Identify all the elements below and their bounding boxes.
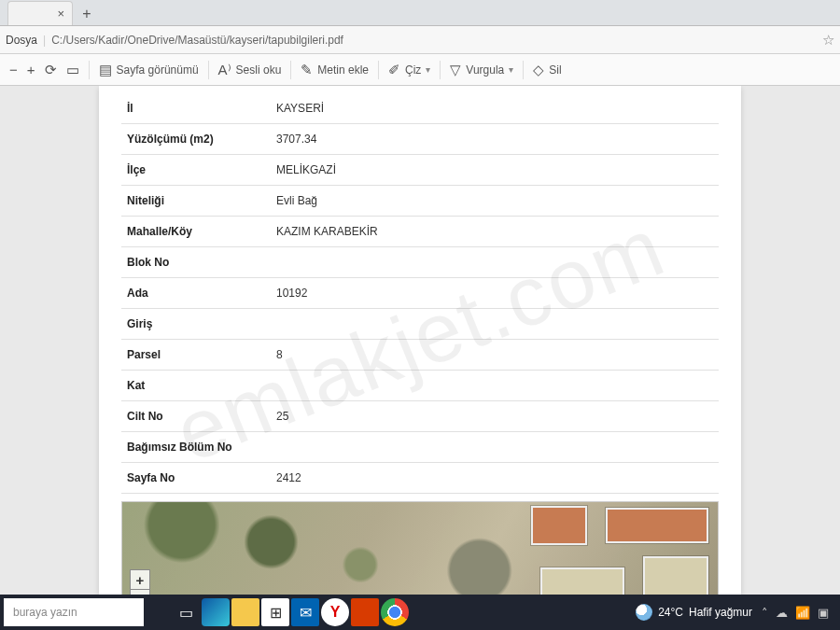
draw-button[interactable]: ✐Çiz▾ (388, 62, 430, 78)
tray-icons[interactable]: ˄ ☁ 📶 ▣ (762, 606, 829, 620)
field-value (271, 247, 719, 278)
table-row: Ada10192 (121, 278, 719, 309)
network-icon[interactable]: 📶 (795, 606, 810, 620)
field-label: Niteliği (121, 186, 271, 217)
separator (89, 61, 90, 79)
erase-label: Sil (549, 63, 561, 77)
new-tab-button[interactable]: + (75, 3, 99, 25)
rotate-button[interactable]: ⟳ (45, 62, 57, 78)
chevron-down-icon: ▾ (426, 64, 430, 75)
table-row: Parsel8 (121, 340, 719, 371)
add-text-icon: ✎ (301, 62, 313, 78)
edge-icon[interactable] (202, 598, 230, 626)
pdf-viewport[interactable]: emlakjet.com İlKAYSERİYüzölçümü (m2)3707… (0, 86, 840, 595)
file-explorer-icon[interactable] (231, 598, 259, 626)
mail-icon[interactable]: ✉ (291, 598, 319, 626)
table-row: NiteliğiEvli Bağ (121, 186, 719, 217)
read-aloud-label: Sesli oku (236, 63, 282, 77)
field-label: Kat (121, 371, 271, 401)
read-aloud-button[interactable]: A⁾Sesli oku (218, 62, 282, 78)
table-row: Yüzölçümü (m2)3707.34 (121, 124, 719, 155)
separator: | (43, 34, 46, 47)
field-label: İlçe (121, 155, 271, 186)
system-tray: 24°C Hafif yağmur ˄ ☁ 📶 ▣ (636, 604, 840, 621)
zoom-in-button[interactable]: + (27, 62, 35, 77)
browser-tab[interactable]: × (7, 1, 73, 25)
rotate-icon: ⟳ (45, 62, 57, 78)
zoom-out-button[interactable]: − (9, 62, 18, 77)
yandex-icon[interactable]: Y (321, 598, 349, 626)
table-row: Bağımsız Bölüm No (121, 432, 719, 463)
highlight-label: Vurgula (466, 63, 504, 77)
field-value (271, 432, 719, 463)
weather-icon (636, 604, 652, 621)
field-value: MELİKGAZİ (271, 155, 719, 186)
map-zoom-in-button[interactable]: + (131, 570, 149, 589)
table-row: Sayfa No2412 (121, 463, 719, 494)
tray-chevron-icon[interactable]: ˄ (762, 606, 768, 620)
map-zoom-control: + − (130, 569, 150, 595)
field-value: 10192 (271, 278, 719, 309)
field-value (271, 371, 719, 401)
draw-label: Çiz (405, 63, 421, 77)
field-label: İl (121, 93, 271, 124)
erase-button[interactable]: ◇Sil (533, 62, 561, 78)
chrome-icon[interactable] (381, 598, 409, 626)
add-text-button[interactable]: ✎Metin ekle (301, 62, 369, 78)
table-row: Kat (121, 371, 719, 401)
field-value: 8 (271, 340, 719, 371)
field-label: Cilt No (121, 401, 271, 432)
address-bar: Dosya | C:/Users/Kadir/OneDrive/Masaüstü… (0, 26, 840, 54)
field-label: Mahalle/Köy (121, 217, 271, 247)
field-value: KAZIM KARABEKİR (271, 217, 719, 247)
cloud-icon[interactable]: ☁ (776, 606, 788, 620)
field-label: Blok No (121, 247, 271, 278)
office-icon[interactable] (351, 598, 379, 626)
page-view-button[interactable]: ▤Sayfa görünümü (99, 62, 199, 78)
map-buildings (450, 502, 718, 595)
fit-icon: ▭ (66, 62, 79, 78)
weather-widget[interactable]: 24°C Hafif yağmur (636, 604, 752, 621)
field-value (271, 309, 719, 340)
weather-temp: 24°C (658, 606, 683, 619)
field-label: Yüzölçümü (m2) (121, 124, 271, 155)
task-view-icon[interactable]: ▭ (172, 598, 200, 626)
field-label: Sayfa No (121, 463, 271, 494)
taskbar-search[interactable]: buraya yazın (4, 598, 144, 626)
separator (378, 61, 379, 79)
fit-button[interactable]: ▭ (66, 62, 79, 78)
windows-taskbar: buraya yazın ▭ ⊞ ✉ Y 24°C Hafif yağmur ˄… (0, 595, 840, 630)
deed-info-table: İlKAYSERİYüzölçümü (m2)3707.34İlçeMELİKG… (121, 93, 719, 494)
battery-icon[interactable]: ▣ (818, 606, 829, 620)
minus-icon: − (9, 62, 18, 77)
url-text[interactable]: C:/Users/Kadir/OneDrive/Masaüstü/kayseri… (51, 34, 817, 47)
store-icon[interactable]: ⊞ (261, 598, 289, 626)
table-row: Mahalle/KöyKAZIM KARABEKİR (121, 217, 719, 247)
field-label: Parsel (121, 340, 271, 371)
pdf-page: emlakjet.com İlKAYSERİYüzölçümü (m2)3707… (99, 86, 741, 595)
page-view-icon: ▤ (99, 62, 112, 78)
file-scheme-label: Dosya (6, 34, 37, 47)
chevron-down-icon: ▾ (509, 64, 513, 75)
field-label: Bağımsız Bölüm No (121, 432, 271, 463)
browser-tab-strip: × + (0, 0, 840, 26)
field-value: 3707.34 (271, 124, 719, 155)
add-text-label: Metin ekle (317, 63, 369, 77)
favorite-icon[interactable]: ☆ (822, 32, 834, 49)
table-row: İlKAYSERİ (121, 93, 719, 124)
highlight-icon: ▽ (450, 62, 461, 78)
separator (290, 61, 291, 79)
plus-icon: + (27, 62, 35, 77)
weather-desc: Hafif yağmur (689, 606, 752, 619)
satellite-map[interactable]: + − (121, 501, 719, 595)
separator (440, 61, 441, 79)
separator (523, 61, 524, 79)
field-label: Giriş (121, 309, 271, 340)
table-row: Cilt No25 (121, 401, 719, 432)
highlight-button[interactable]: ▽Vurgula▾ (450, 62, 513, 78)
read-aloud-icon: A⁾ (218, 62, 231, 78)
table-row: Giriş (121, 309, 719, 340)
close-tab-icon[interactable]: × (57, 7, 64, 21)
table-row: İlçeMELİKGAZİ (121, 155, 719, 186)
page-view-label: Sayfa görünümü (117, 63, 199, 77)
